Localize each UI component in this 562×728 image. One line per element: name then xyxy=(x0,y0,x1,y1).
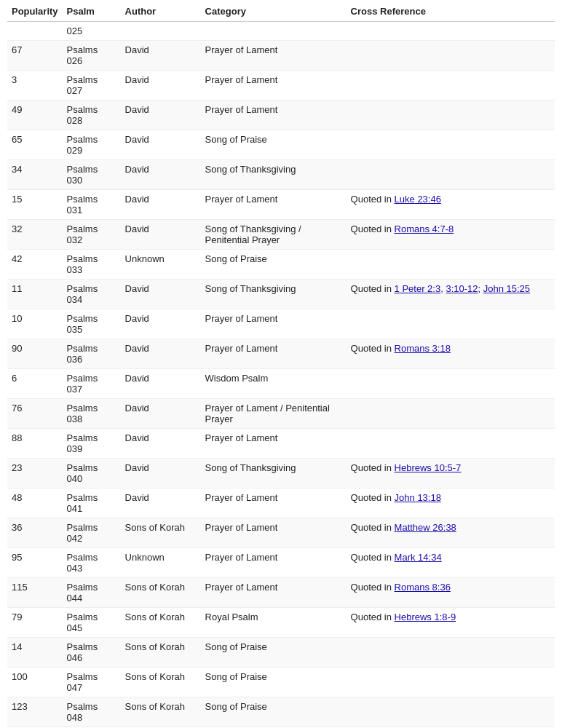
cell-crossref xyxy=(347,668,555,697)
cell-category: Prayer of Lament / Penitential Prayer xyxy=(201,399,347,429)
crossref-link[interactable]: Romans 8:36 xyxy=(395,582,451,593)
cell-category: Song of Praise xyxy=(201,668,347,697)
header-category: Category xyxy=(201,0,347,22)
table-row: 115Psalms044Sons of KorahPrayer of Lamen… xyxy=(7,578,555,608)
table-row: 42Psalms033UnknownSong of Praise xyxy=(7,250,555,280)
cell-author: David xyxy=(121,130,201,160)
cell-popularity: 67 xyxy=(7,41,63,71)
cell-author: David xyxy=(121,100,201,130)
cell-psalm: Psalms048 xyxy=(63,697,121,727)
psalm-number: Psalms028 xyxy=(67,104,98,126)
cell-psalm: Psalms028 xyxy=(63,100,121,130)
crossref-link[interactable]: Mark 14:34 xyxy=(395,552,442,563)
psalm-number: Psalms029 xyxy=(67,134,98,156)
cell-popularity: 90 xyxy=(7,339,63,369)
cell-author: David xyxy=(121,160,201,190)
table-row: 123Psalms048Sons of KorahSong of Praise xyxy=(7,697,555,727)
main-container: Popularity Psalm Author Category Cross R… xyxy=(0,0,562,728)
psalm-number: Psalms047 xyxy=(67,671,98,693)
cell-popularity: 79 xyxy=(7,608,63,638)
psalm-number: Psalms031 xyxy=(67,194,98,215)
cell-psalm: Psalms036 xyxy=(63,339,121,369)
cell-author: David xyxy=(121,399,201,429)
cell-category: Prayer of Lament xyxy=(201,548,347,578)
header-psalm: Psalm xyxy=(63,0,121,22)
crossref-link[interactable]: John 15:25 xyxy=(483,283,530,294)
cell-crossref xyxy=(347,399,555,429)
cell-category: Prayer of Lament xyxy=(201,71,347,100)
crossref-link[interactable]: 3:10-12 xyxy=(446,283,478,294)
psalm-number: Psalms026 xyxy=(67,44,98,66)
cell-psalm: Psalms045 xyxy=(63,608,121,638)
cell-category xyxy=(201,22,347,41)
cell-popularity: 100 xyxy=(7,668,63,697)
table-row: 15Psalms031DavidPrayer of LamentQuoted i… xyxy=(7,190,555,220)
psalm-number: Psalms044 xyxy=(67,582,98,604)
psalm-number: Psalms036 xyxy=(67,343,98,365)
cell-category: Song of Thanksgiving / Penitential Praye… xyxy=(201,220,347,250)
cell-author: Sons of Korah xyxy=(121,638,201,668)
cell-crossref xyxy=(347,130,555,160)
cell-category: Wisdom Psalm xyxy=(201,369,347,399)
header-popularity: Popularity xyxy=(7,0,63,22)
psalm-number: Psalms033 xyxy=(67,253,98,275)
cell-category: Prayer of Lament xyxy=(201,100,347,130)
table-row: 100Psalms047Sons of KorahSong of Praise xyxy=(7,668,555,697)
crossref-prefix: Quoted in xyxy=(351,492,395,503)
cell-author: David xyxy=(121,220,201,250)
cell-popularity: 32 xyxy=(7,220,63,250)
psalm-number: Psalms048 xyxy=(67,701,98,723)
header-author: Author xyxy=(121,0,201,22)
cell-author: Sons of Korah xyxy=(121,608,201,638)
psalms-table: Popularity Psalm Author Category Cross R… xyxy=(7,0,555,728)
psalm-number: Psalms040 xyxy=(67,462,98,484)
table-row: 95Psalms043UnknownPrayer of LamentQuoted… xyxy=(7,548,555,578)
cell-psalm: Psalms030 xyxy=(63,160,121,190)
cell-crossref: Quoted in Matthew 26:38 xyxy=(347,518,555,548)
cell-category: Prayer of Lament xyxy=(201,578,347,608)
psalm-number: Psalms030 xyxy=(67,164,98,186)
cell-popularity: 88 xyxy=(7,429,63,459)
cell-popularity: 115 xyxy=(7,578,63,608)
header-crossref: Cross Reference xyxy=(347,0,555,22)
table-row: 67Psalms026DavidPrayer of Lament xyxy=(7,41,555,71)
crossref-link[interactable]: Hebrews 1:8-9 xyxy=(395,612,456,622)
crossref-link[interactable]: Hebrews 10:5-7 xyxy=(395,462,462,473)
cell-crossref xyxy=(347,22,555,41)
cell-author: Sons of Korah xyxy=(121,518,201,548)
table-body: 02567Psalms026DavidPrayer of Lament3Psal… xyxy=(7,22,555,729)
crossref-prefix: Quoted in xyxy=(351,194,395,205)
cell-psalm: Psalms043 xyxy=(63,548,121,578)
crossref-link[interactable]: John 13:18 xyxy=(395,492,441,503)
table-row: 025 xyxy=(7,22,555,41)
table-row: 36Psalms042Sons of KorahPrayer of Lament… xyxy=(7,518,555,548)
cell-crossref: Quoted in Romans 4:7-8 xyxy=(347,220,555,250)
cell-author: Sons of Korah xyxy=(121,668,201,697)
psalm-number: Psalms045 xyxy=(67,612,98,633)
crossref-prefix: Quoted in xyxy=(351,612,395,622)
cell-crossref xyxy=(347,100,555,130)
crossref-prefix: Quoted in xyxy=(351,582,395,593)
crossref-link[interactable]: Romans 3:18 xyxy=(395,343,451,354)
cell-category: Song of Praise xyxy=(201,638,347,668)
crossref-prefix: Quoted in xyxy=(351,462,395,473)
psalm-number: Psalms046 xyxy=(67,641,98,663)
cell-category: Song of Praise xyxy=(201,697,347,727)
table-row: 49Psalms028DavidPrayer of Lament xyxy=(7,100,555,130)
crossref-link[interactable]: Matthew 26:38 xyxy=(395,522,456,533)
cell-popularity: 65 xyxy=(7,130,63,160)
cell-category: Prayer of Lament xyxy=(201,429,347,459)
table-row: 11Psalms034DavidSong of ThanksgivingQuot… xyxy=(7,280,555,309)
cell-psalm: Psalms031 xyxy=(63,190,121,220)
crossref-link[interactable]: 1 Peter 2:3 xyxy=(395,283,441,294)
cell-category: Song of Praise xyxy=(201,130,347,160)
cell-popularity: 10 xyxy=(7,309,63,339)
psalm-number: Psalms037 xyxy=(67,373,98,395)
cell-category: Prayer of Lament xyxy=(201,190,347,220)
crossref-prefix: Quoted in xyxy=(351,552,395,563)
cell-popularity: 36 xyxy=(7,518,63,548)
crossref-link[interactable]: Luke 23:46 xyxy=(395,194,441,205)
cell-crossref xyxy=(347,309,555,339)
cell-category: Prayer of Lament xyxy=(201,518,347,548)
crossref-link[interactable]: Romans 4:7-8 xyxy=(395,223,454,234)
